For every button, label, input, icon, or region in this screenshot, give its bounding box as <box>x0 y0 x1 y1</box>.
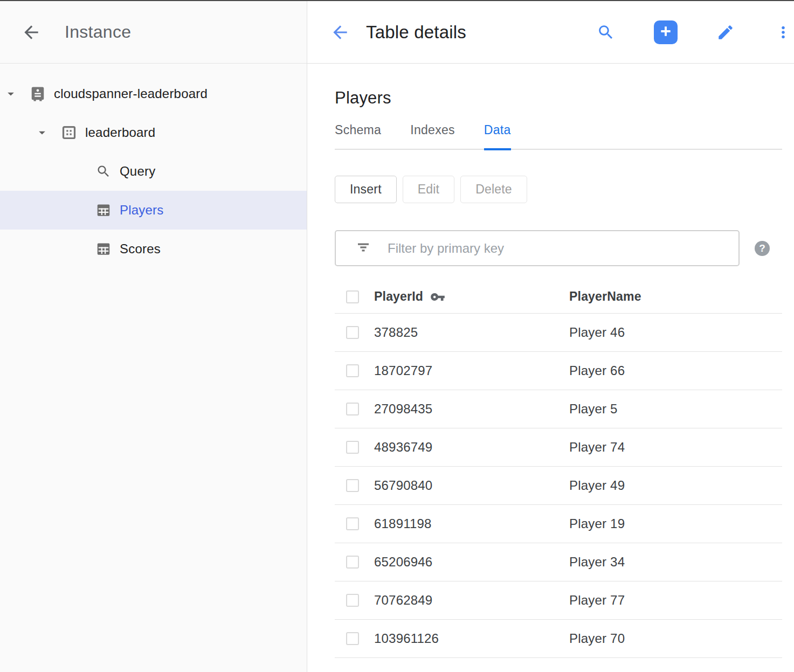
tree-item-label: cloudspanner-leaderboard <box>54 86 208 101</box>
table-row[interactable]: 48936749 Player 74 <box>335 428 782 467</box>
sidebar: Instance cloudspanner-leaderboard <box>0 1 307 672</box>
cell-player-id: 48936749 <box>374 440 569 455</box>
cell-player-name: Player 66 <box>569 363 782 378</box>
tab-indexes[interactable]: Indexes <box>410 123 455 149</box>
row-checkbox[interactable] <box>346 594 359 607</box>
tree-item-instance[interactable]: cloudspanner-leaderboard <box>0 74 307 113</box>
row-checkbox[interactable] <box>346 556 359 569</box>
row-checkbox[interactable] <box>346 403 359 415</box>
instance-tree: cloudspanner-leaderboard leaderboard <box>0 64 307 268</box>
filter-input[interactable] <box>388 241 738 256</box>
tree-item-query[interactable]: Query <box>0 152 307 191</box>
tab-bar: Schema Indexes Data <box>335 123 782 150</box>
row-checkbox[interactable] <box>346 326 359 339</box>
table-icon <box>95 202 112 219</box>
table-row[interactable]: 70762849 Player 77 <box>335 581 782 620</box>
row-checkbox[interactable] <box>346 364 359 377</box>
cell-player-name: Player 74 <box>569 440 782 455</box>
select-all-checkbox[interactable] <box>346 290 359 303</box>
cell-player-id: 103961126 <box>374 631 569 646</box>
filter-row: ? <box>335 230 782 266</box>
insert-button[interactable]: Insert <box>335 176 397 203</box>
row-checkbox[interactable] <box>346 632 359 645</box>
sidebar-title: Instance <box>65 22 131 42</box>
delete-button[interactable]: Delete <box>460 176 527 203</box>
filter-box <box>335 230 740 266</box>
table-row[interactable]: 18702797 Player 66 <box>335 352 782 390</box>
table-body: 378825 Player 46 18702797 Player 66 2709… <box>335 314 782 658</box>
search-icon <box>95 163 112 180</box>
players-data-table: PlayerId PlayerName 378825 Player 46 187… <box>335 280 782 658</box>
cell-player-name: Player 77 <box>569 593 782 608</box>
cell-player-id: 378825 <box>374 325 569 340</box>
cell-player-name: Player 46 <box>569 325 782 340</box>
table-row[interactable]: 61891198 Player 19 <box>335 505 782 543</box>
page-title: Players <box>335 88 782 108</box>
tab-data[interactable]: Data <box>484 123 511 150</box>
cell-player-id: 70762849 <box>374 593 569 608</box>
column-header-playerid: PlayerId <box>374 289 569 304</box>
table-row[interactable]: 378825 Player 46 <box>335 314 782 352</box>
filter-icon <box>355 239 371 258</box>
primary-key-icon <box>430 289 445 304</box>
edit-pencil-icon[interactable] <box>716 20 735 44</box>
tree-item-scores[interactable]: Scores <box>0 230 307 268</box>
edit-button[interactable]: Edit <box>403 176 454 203</box>
table-row[interactable]: 27098435 Player 5 <box>335 390 782 428</box>
instance-icon <box>29 85 46 102</box>
row-action-buttons: Insert Edit Delete <box>335 176 782 203</box>
help-icon[interactable]: ? <box>755 241 770 256</box>
back-arrow-icon[interactable] <box>330 22 350 43</box>
tab-schema[interactable]: Schema <box>335 123 381 149</box>
cell-player-id: 18702797 <box>374 363 569 378</box>
table-header-row: PlayerId PlayerName <box>335 280 782 314</box>
tree-item-label: leaderboard <box>85 125 155 140</box>
table-icon <box>95 240 112 258</box>
header-actions <box>596 20 794 44</box>
row-checkbox[interactable] <box>346 441 359 454</box>
chevron-down-icon[interactable] <box>3 86 18 101</box>
tree-item-label: Players <box>120 203 163 218</box>
cell-player-name: Player 34 <box>569 555 782 570</box>
table-row[interactable]: 56790840 Player 49 <box>335 467 782 505</box>
tree-item-players[interactable]: Players <box>0 191 307 230</box>
table-details-content: Players Schema Indexes Data Insert Edit … <box>307 64 794 658</box>
more-vert-icon[interactable] <box>774 20 793 44</box>
main-header: Table details <box>307 1 794 64</box>
main-panel: Table details Players <box>307 1 794 672</box>
app-root: Instance cloudspanner-leaderboard <box>0 1 794 672</box>
table-row[interactable]: 103961126 Player 70 <box>335 620 782 658</box>
back-arrow-icon[interactable] <box>20 22 42 43</box>
cell-player-name: Player 5 <box>569 401 782 417</box>
sidebar-header: Instance <box>0 1 307 64</box>
row-checkbox[interactable] <box>346 479 359 492</box>
page-header-title: Table details <box>366 22 466 43</box>
database-icon <box>60 124 78 141</box>
chevron-down-icon[interactable] <box>34 125 50 140</box>
table-row[interactable]: 65206946 Player 34 <box>335 543 782 581</box>
column-header-playername: PlayerName <box>569 289 782 304</box>
cell-player-id: 27098435 <box>374 401 569 417</box>
row-checkbox[interactable] <box>346 517 359 530</box>
cell-player-name: Player 19 <box>569 516 782 531</box>
search-icon[interactable] <box>596 20 616 44</box>
add-record-button[interactable] <box>654 20 678 44</box>
cell-player-id: 61891198 <box>374 516 569 531</box>
cell-player-id: 65206946 <box>374 555 569 570</box>
cell-player-name: Player 49 <box>569 478 782 493</box>
cell-player-name: Player 70 <box>569 631 782 646</box>
cell-player-id: 56790840 <box>374 478 569 493</box>
plus-icon <box>659 24 673 40</box>
tree-item-label: Scores <box>120 241 161 257</box>
tree-item-label: Query <box>120 164 155 179</box>
tree-item-database[interactable]: leaderboard <box>0 113 307 152</box>
